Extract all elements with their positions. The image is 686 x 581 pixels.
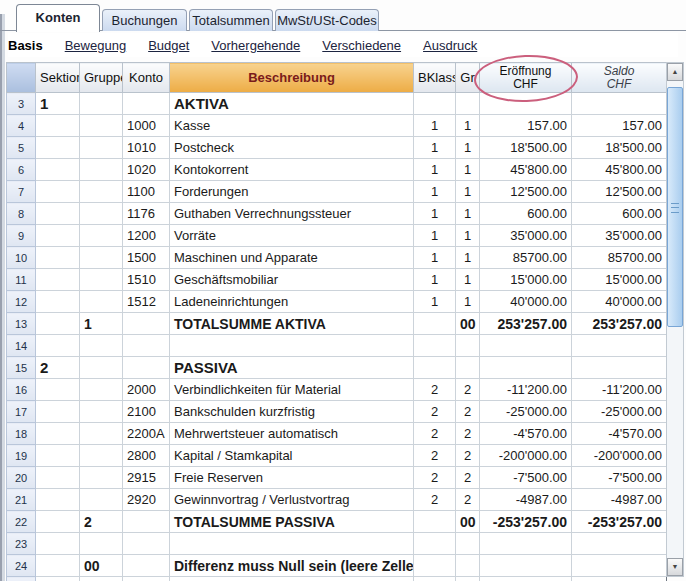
row-number[interactable]: 6 xyxy=(7,159,36,181)
cell-gruppe[interactable] xyxy=(80,335,123,357)
cell-beschreibung[interactable]: Mehrwertsteuer automatisch xyxy=(170,423,414,445)
cell-konto[interactable]: 2915 xyxy=(123,467,170,489)
cell-eroeffnung[interactable]: 600.00 xyxy=(480,203,572,225)
row-number[interactable]: 17 xyxy=(7,401,36,423)
cell-gruppe[interactable] xyxy=(80,467,123,489)
cell-bklasse[interactable]: 1 xyxy=(414,203,456,225)
cell-eroeffnung[interactable]: 15'000.00 xyxy=(480,269,572,291)
cell-eroeffnung[interactable]: -4987.00 xyxy=(480,489,572,511)
cell-saldo[interactable]: 85700.00 xyxy=(572,247,667,269)
cell-eroeffnung[interactable]: -25'000.00 xyxy=(480,401,572,423)
cell-saldo[interactable]: -200'000.00 xyxy=(572,445,667,467)
view-tab-basis[interactable]: Basis xyxy=(8,38,43,53)
cell-gr[interactable]: 1 xyxy=(456,137,480,159)
cell-gr[interactable] xyxy=(456,93,480,115)
cell-sektion[interactable] xyxy=(36,401,80,423)
cell-beschreibung[interactable]: AKTIVA xyxy=(170,93,414,115)
cell-saldo[interactable] xyxy=(572,357,667,379)
cell-saldo[interactable]: 45'800.00 xyxy=(572,159,667,181)
cell-saldo[interactable]: 35'000.00 xyxy=(572,225,667,247)
cell-sektion[interactable] xyxy=(36,225,80,247)
cell-gruppe[interactable] xyxy=(80,269,123,291)
cell-saldo[interactable]: 12'500.00 xyxy=(572,181,667,203)
row-number[interactable]: 14 xyxy=(7,335,36,357)
cell-bklasse[interactable]: 1 xyxy=(414,181,456,203)
row-number[interactable]: 7 xyxy=(7,181,36,203)
cell-sektion[interactable] xyxy=(36,247,80,269)
cell-sektion[interactable] xyxy=(36,313,80,335)
cell-bklasse[interactable]: 1 xyxy=(414,269,456,291)
cell-konto[interactable] xyxy=(123,555,170,577)
cell-bklasse[interactable] xyxy=(414,577,456,581)
cell-gruppe[interactable] xyxy=(80,423,123,445)
cell-gr[interactable]: 1 xyxy=(456,115,480,137)
scroll-down-button[interactable]: ▼ xyxy=(667,558,683,576)
cell-beschreibung[interactable]: Differenz muss Null sein (leere Zelle) xyxy=(170,555,414,577)
cell-konto[interactable]: 1020 xyxy=(123,159,170,181)
cell-sektion[interactable] xyxy=(36,577,80,581)
cell-saldo[interactable]: -25'000.00 xyxy=(572,401,667,423)
column-header-sektion[interactable]: Sektion xyxy=(36,63,80,93)
cell-bklasse[interactable] xyxy=(414,533,456,555)
cell-bklasse[interactable]: 1 xyxy=(414,291,456,313)
row-number[interactable] xyxy=(7,577,36,581)
scroll-up-button[interactable]: ▲ xyxy=(667,63,683,81)
cell-sektion[interactable] xyxy=(36,115,80,137)
column-header-konto[interactable]: Konto xyxy=(123,63,170,93)
cell-gr[interactable]: 1 xyxy=(456,225,480,247)
cell-beschreibung[interactable]: Maschinen und Apparate xyxy=(170,247,414,269)
cell-beschreibung[interactable]: Forderungen xyxy=(170,181,414,203)
row-number[interactable]: 10 xyxy=(7,247,36,269)
cell-eroeffnung[interactable]: 157.00 xyxy=(480,115,572,137)
cell-gr[interactable] xyxy=(456,577,480,581)
row-number[interactable]: 5 xyxy=(7,137,36,159)
row-number[interactable]: 24 xyxy=(7,555,36,577)
cell-beschreibung[interactable]: Freie Reserven xyxy=(170,467,414,489)
cell-gr[interactable]: 1 xyxy=(456,203,480,225)
cell-sektion[interactable] xyxy=(36,379,80,401)
tab-totalsummen[interactable]: Totalsummen xyxy=(189,9,273,31)
cell-saldo[interactable] xyxy=(572,93,667,115)
cell-eroeffnung[interactable]: -11'200.00 xyxy=(480,379,572,401)
cell-eroeffnung[interactable] xyxy=(480,555,572,577)
cell-gr[interactable] xyxy=(456,533,480,555)
row-number[interactable]: 22 xyxy=(7,511,36,533)
cell-bklasse[interactable] xyxy=(414,93,456,115)
cell-saldo[interactable]: -4'570.00 xyxy=(572,423,667,445)
column-header-gruppe[interactable]: Gruppe xyxy=(80,63,123,93)
cell-gruppe[interactable] xyxy=(80,445,123,467)
cell-eroeffnung[interactable] xyxy=(480,577,572,581)
cell-beschreibung[interactable]: PASSIVA xyxy=(170,357,414,379)
cell-sektion[interactable] xyxy=(36,445,80,467)
row-number[interactable]: 11 xyxy=(7,269,36,291)
cell-beschreibung[interactable]: Ladeneinrichtungen xyxy=(170,291,414,313)
row-number[interactable]: 19 xyxy=(7,445,36,467)
row-number[interactable]: 12 xyxy=(7,291,36,313)
cell-saldo[interactable] xyxy=(572,533,667,555)
cell-eroeffnung[interactable] xyxy=(480,357,572,379)
cell-beschreibung[interactable]: Postcheck xyxy=(170,137,414,159)
cell-konto[interactable]: 2920 xyxy=(123,489,170,511)
row-number[interactable]: 15 xyxy=(7,357,36,379)
cell-gr[interactable]: 00 xyxy=(456,313,480,335)
cell-gruppe[interactable] xyxy=(80,533,123,555)
cell-beschreibung[interactable]: Bankschulden kurzfristig xyxy=(170,401,414,423)
cell-bklasse[interactable]: 2 xyxy=(414,423,456,445)
cell-gruppe[interactable]: 00 xyxy=(80,555,123,577)
cell-eroeffnung[interactable] xyxy=(480,533,572,555)
cell-bklasse[interactable] xyxy=(414,335,456,357)
cell-bklasse[interactable] xyxy=(414,555,456,577)
row-number[interactable]: 21 xyxy=(7,489,36,511)
cell-gruppe[interactable] xyxy=(80,357,123,379)
cell-konto[interactable]: 2100 xyxy=(123,401,170,423)
cell-beschreibung[interactable]: Gewinnvortrag / Verlustvortrag xyxy=(170,489,414,511)
cell-bklasse[interactable]: 2 xyxy=(414,379,456,401)
vertical-scrollbar[interactable]: ▲ ▼ xyxy=(666,62,684,577)
cell-konto[interactable]: 1512 xyxy=(123,291,170,313)
cell-konto[interactable]: 1200 xyxy=(123,225,170,247)
cell-saldo[interactable]: 18'500.00 xyxy=(572,137,667,159)
view-link-verschiedene[interactable]: Verschiedene xyxy=(322,38,401,53)
cell-gr[interactable]: 1 xyxy=(456,181,480,203)
cell-sektion[interactable] xyxy=(36,467,80,489)
cell-sektion[interactable] xyxy=(36,181,80,203)
